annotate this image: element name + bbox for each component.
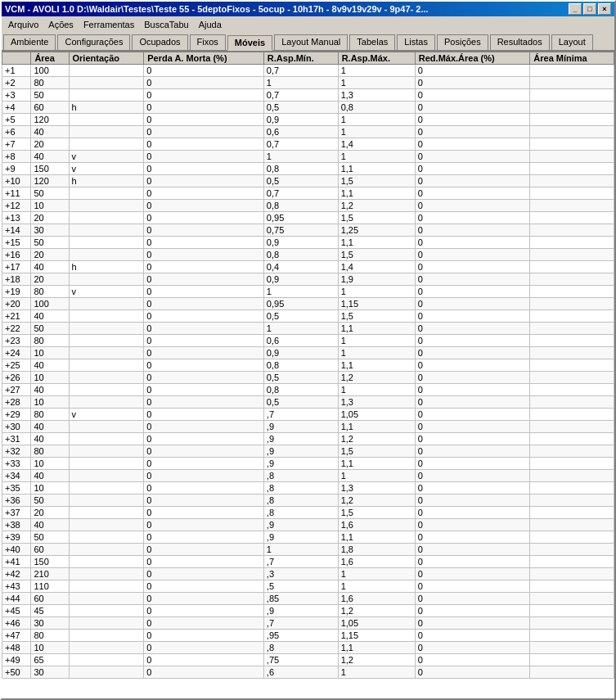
- table-row[interactable]: +431100,510: [2, 580, 614, 593]
- table-container[interactable]: ÁreaOrientaçãoPerda A. Morta (%)R.Asp.Mí…: [2, 52, 614, 698]
- tab-posições[interactable]: Posições: [437, 34, 488, 50]
- minimize-button[interactable]: _: [569, 3, 582, 15]
- table-row[interactable]: +31400,91,20: [2, 433, 614, 445]
- tab-layout-manual[interactable]: Layout Manual: [274, 34, 348, 50]
- table-row[interactable]: +155000,91,10: [2, 237, 614, 249]
- cell-49-3: 0: [144, 666, 264, 679]
- cell-42-4: ,5: [263, 580, 338, 593]
- cell-8-0: +9: [2, 163, 31, 175]
- table-row[interactable]: +44600,851,60: [2, 593, 614, 605]
- table-row[interactable]: +46300,71,050: [2, 617, 614, 630]
- cell-28-4: ,7: [263, 409, 338, 421]
- table-row[interactable]: +4060011,80: [2, 544, 614, 556]
- cell-9-1: 120: [31, 175, 69, 187]
- table-row[interactable]: +47800,951,150: [2, 630, 614, 642]
- table-row[interactable]: +214000,51,50: [2, 310, 614, 323]
- data-table: ÁreaOrientaçãoPerda A. Morta (%)R.Asp.Mí…: [2, 52, 614, 679]
- cell-29-4: ,9: [263, 421, 338, 433]
- tab-móveis[interactable]: Móveis: [227, 35, 272, 51]
- table-row[interactable]: +38400,91,60: [2, 519, 614, 531]
- table-row[interactable]: +34400,810: [2, 470, 614, 482]
- table-row[interactable]: +36500,81,20: [2, 495, 614, 507]
- table-row[interactable]: +261000,51,20: [2, 372, 614, 384]
- table-row[interactable]: +30400,91,10: [2, 421, 614, 433]
- table-row[interactable]: +238000,610: [2, 335, 614, 347]
- col-header-0: [2, 52, 31, 65]
- cell-46-4: ,95: [263, 630, 338, 642]
- table-row[interactable]: +110000,710: [2, 65, 614, 77]
- table-row[interactable]: +9150v00,81,10: [2, 163, 614, 175]
- menu-item-ações[interactable]: Ações: [43, 18, 79, 33]
- tab-ocupados[interactable]: Ocupados: [132, 34, 187, 50]
- table-row[interactable]: +45450,91,20: [2, 605, 614, 617]
- cell-48-2: [69, 654, 144, 666]
- cell-7-7: [530, 151, 614, 163]
- table-row[interactable]: +32800,91,50: [2, 445, 614, 458]
- table-row[interactable]: +35000,71,30: [2, 89, 614, 102]
- cell-15-4: 0,8: [263, 249, 338, 261]
- cell-22-0: +23: [2, 335, 31, 347]
- table-row[interactable]: +143000,751,250: [2, 224, 614, 237]
- table-row[interactable]: +72000,71,40: [2, 138, 614, 151]
- cell-35-4: ,8: [263, 495, 338, 507]
- cell-24-3: 0: [144, 359, 264, 372]
- cell-18-2: v: [69, 286, 144, 298]
- cell-2-4: 0,7: [263, 89, 338, 102]
- cell-12-5: 1,5: [338, 212, 415, 224]
- table-row[interactable]: +241000,910: [2, 347, 614, 359]
- cell-32-6: 0: [415, 458, 530, 470]
- title-bar-buttons: _ □ ×: [569, 3, 611, 15]
- tab-tabelas[interactable]: Tabelas: [349, 34, 395, 50]
- table-row[interactable]: +512000,910: [2, 114, 614, 126]
- cell-33-0: +34: [2, 470, 31, 482]
- tab-fixos[interactable]: Fixos: [190, 34, 226, 50]
- table-row[interactable]: +2980v0,71,050: [2, 409, 614, 421]
- table-row[interactable]: +121000,81,20: [2, 200, 614, 212]
- cell-10-7: [530, 187, 614, 200]
- tab-configurações[interactable]: Configurações: [57, 34, 130, 50]
- menu-item-ajuda[interactable]: Ajuda: [194, 18, 227, 33]
- menu-item-ferramentas[interactable]: Ferramentas: [79, 18, 139, 33]
- table-row[interactable]: +49650,751,20: [2, 654, 614, 666]
- table-row[interactable]: +64000,610: [2, 126, 614, 138]
- tab-resultados[interactable]: Resultados: [490, 34, 550, 50]
- cell-8-3: 0: [144, 163, 264, 175]
- tab-layout[interactable]: Layout: [551, 34, 593, 50]
- tab-listas[interactable]: Listas: [397, 34, 435, 50]
- table-row[interactable]: +422100,310: [2, 568, 614, 580]
- table-row[interactable]: +50300,610: [2, 666, 614, 679]
- table-row[interactable]: +840v0110: [2, 151, 614, 163]
- cell-1-0: +2: [2, 77, 31, 89]
- table-row[interactable]: +10120h00,51,50: [2, 175, 614, 187]
- cell-11-2: [69, 200, 144, 212]
- table-row[interactable]: +274000,810: [2, 384, 614, 396]
- menu-item-buscatabu[interactable]: BuscaTabu: [139, 18, 193, 33]
- table-row[interactable]: +411500,71,60: [2, 556, 614, 568]
- table-row[interactable]: +35100,81,30: [2, 482, 614, 495]
- table-row[interactable]: +48100,81,10: [2, 642, 614, 654]
- cell-12-0: +13: [2, 212, 31, 224]
- table-row[interactable]: +37200,81,50: [2, 507, 614, 519]
- cell-19-2: [69, 298, 144, 310]
- table-row[interactable]: +460h00,50,80: [2, 102, 614, 114]
- table-row[interactable]: +1980v0110: [2, 286, 614, 298]
- table-row[interactable]: +115000,71,10: [2, 187, 614, 200]
- menu-item-arquivo[interactable]: Arquivo: [3, 18, 43, 33]
- cell-3-6: 0: [415, 102, 530, 114]
- table-row[interactable]: +1740h00,41,40: [2, 261, 614, 273]
- maximize-button[interactable]: □: [583, 3, 596, 15]
- table-row[interactable]: +2010000,951,150: [2, 298, 614, 310]
- cell-44-6: 0: [415, 605, 530, 617]
- close-button[interactable]: ×: [598, 3, 611, 15]
- table-row[interactable]: +162000,81,50: [2, 249, 614, 261]
- table-row[interactable]: +132000,951,50: [2, 212, 614, 224]
- table-row[interactable]: +2800110: [2, 77, 614, 89]
- table-row[interactable]: +182000,91,90: [2, 273, 614, 286]
- tab-ambiente[interactable]: Ambiente: [3, 34, 56, 50]
- cell-4-7: [530, 114, 614, 126]
- table-row[interactable]: +33100,91,10: [2, 458, 614, 470]
- table-row[interactable]: +39500,91,10: [2, 531, 614, 544]
- table-row[interactable]: +254000,81,10: [2, 359, 614, 372]
- table-row[interactable]: +281000,51,30: [2, 396, 614, 409]
- table-row[interactable]: +2250011,10: [2, 323, 614, 335]
